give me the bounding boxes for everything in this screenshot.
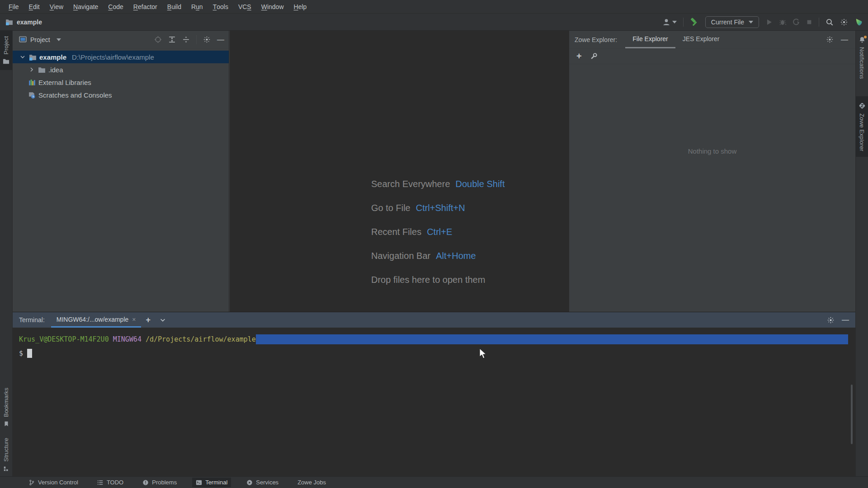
terminal-scrollbar[interactable] xyxy=(851,385,853,444)
search-everywhere-icon[interactable] xyxy=(826,18,834,26)
tab-label: JES Explorer xyxy=(683,35,720,42)
collapse-all-icon[interactable] xyxy=(182,36,190,43)
todo-list-icon xyxy=(97,479,104,486)
hide-terminal-icon[interactable]: — xyxy=(842,316,849,324)
project-panel-title: Project xyxy=(30,36,50,43)
add-profile-icon[interactable]: + xyxy=(576,51,582,61)
terminal-tabs-dropdown[interactable] xyxy=(155,312,170,328)
prompt-symbol: $ xyxy=(19,349,23,357)
bookmarks-tab-label: Bookmarks xyxy=(3,388,9,417)
structure-tab-label: Structure xyxy=(3,438,9,462)
bookmark-icon xyxy=(3,421,9,427)
toolwindow-tab-structure[interactable]: Structure xyxy=(0,432,12,476)
services-icon xyxy=(246,479,253,486)
settings-gear-icon[interactable] xyxy=(840,18,848,26)
terminal-icon xyxy=(196,479,202,486)
project-tree: example D:\Projects\airflow\example .ide… xyxy=(13,49,229,101)
drop-files-hint: Drop files here to open them xyxy=(371,275,505,285)
shortcut-search-everywhere: Search Everywhere Double Shift xyxy=(371,179,505,189)
status-bar: Version Control TODO Problems Terminal S… xyxy=(0,476,868,488)
project-panel-header: Project — xyxy=(13,31,229,49)
build-hammer-icon[interactable] xyxy=(690,18,699,27)
menu-run[interactable]: Run xyxy=(186,0,208,13)
scratches-icon xyxy=(28,91,36,99)
hide-panel-icon[interactable]: — xyxy=(217,36,224,44)
expand-all-icon[interactable] xyxy=(168,36,176,43)
menu-window[interactable]: Window xyxy=(256,0,289,13)
shortcut-keys: Ctrl+Shift+N xyxy=(416,203,465,213)
tree-row-external-libraries[interactable]: External Libraries xyxy=(13,76,229,89)
terminal-user: Krus_V@DESKTOP-M14F2U0 xyxy=(19,335,109,343)
statusbar-label: Version Control xyxy=(38,479,78,486)
menu-refactor[interactable]: Refactor xyxy=(128,0,162,13)
run-configuration-select[interactable]: Current File xyxy=(705,16,759,28)
menu-view[interactable]: View xyxy=(45,0,68,13)
zowe-settings-gear-icon[interactable] xyxy=(826,36,834,43)
user-profile-icon[interactable] xyxy=(662,18,677,26)
terminal-settings-gear-icon[interactable] xyxy=(827,316,835,324)
panel-header-divider xyxy=(196,35,197,44)
toolwindow-tab-zowe-explorer[interactable]: Zowe Explorer xyxy=(856,96,868,157)
shortcut-keys: Ctrl+E xyxy=(427,227,452,237)
statusbar-problems[interactable]: Problems xyxy=(139,478,180,487)
terminal-input-line[interactable]: $ xyxy=(19,347,855,359)
terminal-tab-mingw64[interactable]: MINGW64:/...ow/example × xyxy=(51,312,142,328)
toolwindow-tab-bookmarks[interactable]: Bookmarks xyxy=(0,382,12,432)
statusbar-label: Terminal xyxy=(205,479,227,486)
shortcut-label: Search Everywhere xyxy=(371,179,450,189)
zowe-panel-title: Zowe Explorer: xyxy=(575,31,617,48)
folder-icon xyxy=(38,66,46,74)
terminal-header: Terminal: MINGW64:/...ow/example × + — xyxy=(13,312,855,328)
tree-row-example[interactable]: example D:\Projects\airflow\example xyxy=(13,51,229,63)
toolbar-divider xyxy=(819,18,819,27)
toolwindow-tab-project[interactable]: Project xyxy=(0,31,12,70)
structure-icon xyxy=(3,465,9,472)
tab-jes-explorer[interactable]: JES Explorer xyxy=(675,31,727,48)
folder-icon xyxy=(3,58,9,65)
chevron-down-icon[interactable] xyxy=(19,53,26,61)
zowe-explorer-tool-window: Zowe Explorer: File Explorer JES Explore… xyxy=(569,31,855,312)
statusbar-zowe-jobs[interactable]: Zowe Jobs xyxy=(294,478,330,487)
menu-navigate[interactable]: Navigate xyxy=(68,0,103,13)
panel-settings-gear-icon[interactable] xyxy=(203,36,211,43)
statusbar-todo[interactable]: TODO xyxy=(94,478,127,487)
menu-tools[interactable]: Tools xyxy=(208,0,233,13)
terminal-panel-label: Terminal: xyxy=(15,312,51,328)
menu-help[interactable]: Help xyxy=(289,0,312,13)
menu-vcs[interactable]: VCS xyxy=(233,0,256,13)
chevron-down-icon xyxy=(749,21,753,23)
close-icon[interactable]: × xyxy=(132,316,136,323)
project-title: example xyxy=(5,18,42,26)
shortcut-keys: Double Shift xyxy=(456,179,505,189)
menu-edit[interactable]: Edit xyxy=(24,0,45,13)
shortcut-label: Navigation Bar xyxy=(371,251,430,261)
toolbar-divider xyxy=(683,18,684,27)
statusbar-services[interactable]: Services xyxy=(243,478,282,487)
tab-file-explorer[interactable]: File Explorer xyxy=(625,31,675,48)
project-view-dropdown[interactable] xyxy=(57,38,61,41)
notifications-bell-icon xyxy=(859,36,866,43)
tree-item-name: .idea xyxy=(48,66,63,74)
ide-plugin-icon[interactable] xyxy=(854,18,863,27)
chevron-right-icon[interactable] xyxy=(28,66,35,73)
terminal-output[interactable]: Krus_V@DESKTOP-M14F2U0 MINGW64 /d/Projec… xyxy=(13,328,855,359)
zowe-icon xyxy=(858,102,866,110)
shortcut-recent-files: Recent Files Ctrl+E xyxy=(371,227,505,237)
terminal-selection-highlight xyxy=(256,334,848,344)
statusbar-terminal[interactable]: Terminal xyxy=(192,478,231,487)
wrench-icon[interactable] xyxy=(590,52,598,60)
tree-row-scratches[interactable]: Scratches and Consoles xyxy=(13,89,229,101)
statusbar-label: Services xyxy=(256,479,278,486)
notifications-tab-label: Notifications xyxy=(859,47,865,79)
shortcut-navigation-bar: Navigation Bar Alt+Home xyxy=(371,251,505,261)
menu-build[interactable]: Build xyxy=(162,0,186,13)
toolwindow-tab-notifications[interactable]: Notifications xyxy=(856,31,868,84)
menu-file[interactable]: File xyxy=(4,0,24,13)
tree-item-name: example xyxy=(39,53,66,61)
new-terminal-tab-button[interactable]: + xyxy=(141,312,155,328)
menu-code[interactable]: Code xyxy=(103,0,128,13)
tree-row-idea[interactable]: .idea xyxy=(13,63,229,76)
shortcut-go-to-file: Go to File Ctrl+Shift+N xyxy=(371,203,505,213)
hide-panel-icon[interactable]: — xyxy=(841,36,848,44)
statusbar-version-control[interactable]: Version Control xyxy=(25,478,82,487)
